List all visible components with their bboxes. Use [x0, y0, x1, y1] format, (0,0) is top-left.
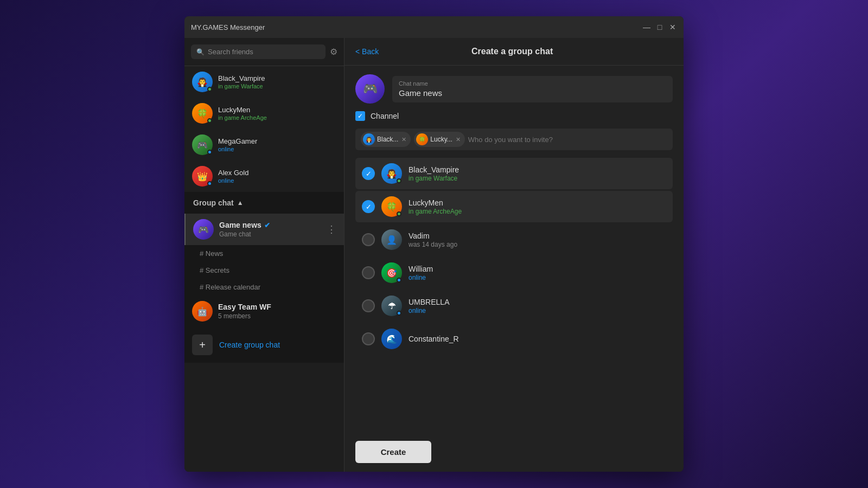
- invite-tag-name: Lucky...: [430, 136, 452, 143]
- back-button[interactable]: < Back: [355, 47, 379, 56]
- status-dot: [397, 211, 401, 216]
- search-input[interactable]: [208, 48, 320, 56]
- friend-info: Black_Vampire in game Warface: [218, 74, 336, 89]
- friend-name: LuckyMen: [218, 106, 336, 114]
- check-circle: [362, 233, 375, 246]
- create-group-label: Create group chat: [219, 341, 280, 349]
- right-panel: < Back Create a group chat 🎮 Chat name ✓…: [344, 38, 684, 472]
- avatar: 👤: [381, 229, 402, 250]
- settings-button[interactable]: ⚙: [330, 47, 337, 57]
- fsi-info: Black_Vampire in game Warface: [409, 165, 666, 182]
- channel-item-secrets[interactable]: # Secrets: [184, 262, 344, 279]
- group-header[interactable]: Group chat ▲: [184, 192, 344, 214]
- list-item[interactable]: 🍀 LuckyMen in game ArcheAge: [184, 98, 344, 129]
- chat-name-input[interactable]: [399, 88, 666, 98]
- gc-info: Game news ✔ Game chat: [219, 221, 321, 238]
- list-item[interactable]: 🎮 MegaGamer online: [184, 129, 344, 160]
- avatar-wrap: 🎯: [381, 262, 402, 283]
- group-section: Group chat ▲ 🎮 Game news ✔: [184, 192, 344, 363]
- channel-checkbox[interactable]: ✓: [355, 111, 365, 121]
- fsi-status: in game Warface: [409, 175, 666, 182]
- avatar: 🌊: [381, 329, 402, 349]
- remove-invite-black[interactable]: ✕: [401, 136, 406, 143]
- avatar-wrap: 👑: [192, 166, 213, 187]
- status-dot-online: [207, 150, 212, 155]
- chat-name-label: Chat name: [399, 80, 666, 87]
- more-options-icon[interactable]: ⋮: [327, 223, 336, 235]
- friend-select-item[interactable]: 🎯 William online: [355, 257, 673, 288]
- gc-subtitle: Game chat: [219, 230, 321, 238]
- fsi-name: LuckyMen: [409, 198, 666, 207]
- avatar-wrap: 🍀: [192, 103, 213, 124]
- search-icon: 🔍: [196, 48, 205, 56]
- group-chat-item[interactable]: 🎮 Game news ✔ Game chat ⋮: [184, 214, 344, 245]
- avatar-wrap: 🎮: [192, 134, 213, 155]
- close-button[interactable]: ✕: [668, 23, 677, 31]
- channel-item-news[interactable]: # News: [184, 245, 344, 262]
- friend-select-item[interactable]: ✓ 🍀 LuckyMen in game ArcheAge: [355, 191, 673, 222]
- chat-name-field: Chat name: [392, 76, 673, 102]
- check-circle: [362, 266, 375, 279]
- friend-status: online: [218, 146, 336, 152]
- friends-list: 🧛 Black_Vampire in game Warface 🍀: [184, 66, 344, 472]
- search-bar: 🔍 ⚙: [184, 38, 344, 66]
- fsi-info: Constantine_R: [409, 335, 666, 344]
- status-dot: [397, 311, 401, 316]
- et-name: Easy Team WF: [218, 303, 336, 311]
- avatar-wrap: 🌊: [381, 329, 402, 349]
- left-panel: 🔍 ⚙ 🧛 Black_Vampire in game Warface: [184, 38, 344, 472]
- minimize-button[interactable]: —: [642, 23, 651, 31]
- fsi-status: online: [409, 274, 666, 281]
- invite-tag-avatar: 🧛: [363, 133, 375, 145]
- fsi-info: LuckyMen in game ArcheAge: [409, 198, 666, 215]
- maximize-button[interactable]: □: [655, 23, 664, 31]
- fsi-status: was 14 days ago: [409, 241, 666, 248]
- avatar-wrap: 🤖: [192, 301, 213, 322]
- search-input-wrap: 🔍: [191, 44, 326, 59]
- status-dot-online: [207, 181, 212, 186]
- avatar: 🎮: [193, 219, 214, 240]
- list-item[interactable]: 🧛 Black_Vampire in game Warface: [184, 66, 344, 98]
- check-circle: [362, 332, 375, 345]
- status-dot: [397, 278, 401, 282]
- remove-invite-lucky[interactable]: ✕: [456, 136, 461, 143]
- invite-input[interactable]: [468, 136, 667, 144]
- friend-select-item[interactable]: 🌊 Constantine_R: [355, 323, 673, 355]
- friend-name: Black_Vampire: [218, 74, 336, 82]
- fsi-status: in game ArcheAge: [409, 208, 666, 215]
- fsi-status: online: [409, 307, 666, 314]
- chat-avatar-icon[interactable]: 🎮: [355, 74, 385, 104]
- friend-select-item[interactable]: 👤 Vadim was 14 days ago: [355, 224, 673, 255]
- status-dot: [397, 178, 401, 183]
- friend-info: Alex Gold online: [218, 169, 336, 184]
- et-info: Easy Team WF 5 members: [218, 303, 336, 320]
- window-controls: — □ ✕: [642, 23, 677, 31]
- app-window: MY.GAMES Messenger — □ ✕ 🔍 ⚙ �: [184, 16, 684, 472]
- create-btn-wrap: Create: [344, 435, 684, 472]
- avatar-wrap: ☂: [381, 296, 402, 316]
- group-chat-item-easy-team[interactable]: 🤖 Easy Team WF 5 members: [184, 296, 344, 327]
- group-header-label: Group chat: [193, 198, 234, 207]
- fsi-info: UMBRELLA online: [409, 298, 666, 314]
- create-group-button[interactable]: + Create group chat: [184, 327, 344, 363]
- page-title: Create a group chat: [390, 47, 635, 56]
- fsi-name: Black_Vampire: [409, 165, 666, 174]
- channel-label: Channel: [371, 112, 399, 120]
- fsi-name: Vadim: [409, 232, 666, 240]
- friend-select-item[interactable]: ✓ 🧛 Black_Vampire in game Warface: [355, 158, 673, 189]
- invite-row: 🧛 Black... ✕ 🍀 Lucky... ✕: [355, 129, 673, 150]
- channel-checkbox-row: ✓ Channel: [355, 111, 673, 121]
- app-title: MY.GAMES Messenger: [191, 23, 642, 31]
- fsi-info: William online: [409, 265, 666, 281]
- friend-status: in game ArcheAge: [218, 114, 336, 121]
- status-dot-ingame: [207, 87, 212, 92]
- channel-item-release[interactable]: # Release calendar: [184, 279, 344, 296]
- fsi-name: William: [409, 265, 666, 273]
- fsi-name: UMBRELLA: [409, 298, 666, 306]
- friend-info: LuckyMen in game ArcheAge: [218, 106, 336, 121]
- friend-select-item[interactable]: ☂ UMBRELLA online: [355, 290, 673, 322]
- chat-name-row: 🎮 Chat name: [355, 74, 673, 104]
- create-button[interactable]: Create: [355, 441, 431, 463]
- list-item[interactable]: 👑 Alex Gold online: [184, 160, 344, 192]
- right-body: 🎮 Chat name ✓ Channel 🧛 Black: [344, 66, 684, 435]
